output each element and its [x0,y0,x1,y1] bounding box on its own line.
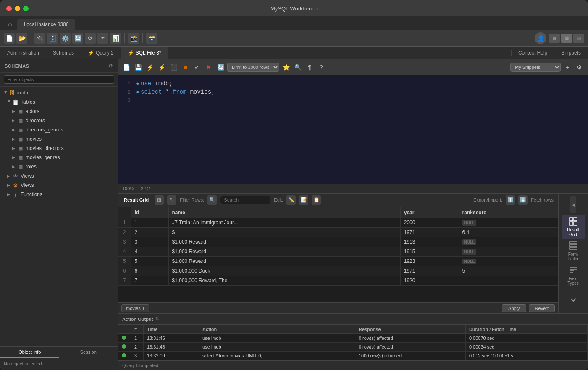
result-grid-side-btn[interactable]: ResultGrid [562,215,585,239]
db-diff-icon[interactable]: ≠ [97,33,108,44]
cell-rankscore: 5 [459,266,558,276]
form-editor-icon [568,241,578,251]
grid-icon-btn[interactable]: ⊞ [155,195,164,205]
table-row[interactable]: 1 1 #7 Train: An Immigrant Jour... 2000 … [118,218,558,227]
stop-script-btn[interactable]: ⏹ [180,62,190,72]
tab-schemas[interactable]: Schemas [46,47,81,59]
edit2-icon-btn[interactable]: 📝 [299,195,308,205]
table-row[interactable]: 6 6 $1,000,000 Duck 1971 5 [118,266,558,276]
help-btn[interactable]: ? [316,62,326,72]
tab-sqlfile3[interactable]: ⚡ SQL File 3* [121,47,168,59]
db-icon[interactable]: 🗃️ [146,33,157,44]
add-snippet-btn[interactable]: + [562,62,572,72]
snippet-settings-btn[interactable]: ⚙ [574,62,584,72]
refresh-btn[interactable]: 🔄 [215,62,226,72]
code-text-2: select * from movies; [141,89,215,95]
tree-item-movies-directors[interactable]: ▶ ▦ movies_directors [0,144,118,153]
tree-item-functions[interactable]: ▶ ƒ Functions [0,190,118,199]
action-output-header: Action Output ⇅ [118,314,588,325]
export-import-label: Export/Import: [473,197,502,202]
tree-item-stored-procedures[interactable]: ▶ ⚙ Views [0,181,118,190]
field-types-side-btn[interactable]: FieldTypes [562,264,585,287]
layout-icon-3[interactable]: ▤ [573,34,584,43]
tree-item-movies-genres[interactable]: ▶ ▦ movies_genres [0,153,118,162]
col-action: Action [199,325,355,334]
tab-object-info[interactable]: Object Info [0,347,59,358]
export-btn[interactable]: ⬆️ [506,195,515,205]
db-reverse-icon[interactable]: 🔄 [72,33,83,44]
execute-sel-btn[interactable]: ⚡ [157,62,167,72]
table-row[interactable]: 5 5 $1,000 Reward 1923 NULL [118,256,558,266]
tree-item-tables[interactable]: ▶ 📋 Tables [0,97,118,107]
close-button[interactable] [6,6,12,11]
layout-icon-1[interactable]: ▦ [549,34,560,43]
edit3-icon-btn[interactable]: 📋 [312,195,321,205]
minimize-button[interactable] [15,6,20,11]
revert-button[interactable]: Revert [529,304,555,312]
instance-tab[interactable]: Local instance 3306 [17,19,76,30]
cell-name: $ [168,227,400,237]
tree-item-directors-genres[interactable]: ▶ ▦ directors_genres [0,125,118,134]
cancel-btn[interactable]: ✖ [204,62,214,72]
stop-btn[interactable]: ⬛ [168,62,178,72]
db-schema-icon[interactable]: 📊 [110,33,121,44]
maximize-button[interactable] [23,6,29,11]
output-response: 0 row(s) affected [355,334,465,343]
db-forward-icon[interactable]: ⚙️ [60,33,71,44]
output-action: use imdb [199,334,355,343]
tab-query2[interactable]: ⚡ Query 2 [81,47,121,59]
format-btn[interactable]: ¶ [304,62,315,72]
limit-select[interactable]: Limit to 1000 rows [227,63,279,72]
apply-button[interactable]: Apply [502,304,526,312]
result-tab-movies1[interactable]: movies 1 [121,304,149,312]
tree-item-movies[interactable]: ▶ ▦ movies [0,134,118,144]
db-manage-icon[interactable]: 🗄️ [47,33,58,44]
tab-session[interactable]: Session [59,347,118,358]
save-btn[interactable]: 💾 [133,62,143,72]
nav-tabs: Administration Schemas ⚡ Query 2 ⚡ SQL F… [0,47,588,59]
tab-snippets[interactable]: Snippets [554,50,588,56]
find-btn[interactable]: 🔍 [293,62,303,72]
open-file-icon[interactable]: 📂 [16,33,27,44]
execute-btn[interactable]: ⚡ [145,62,155,72]
table-row[interactable]: 3 3 $1,000 Reward 1913 NULL [118,237,558,247]
result-grid-side-label: ResultGrid [567,228,579,237]
db-connect-icon[interactable]: 🔌 [34,33,45,44]
user-icon[interactable]: 👤 [535,32,546,44]
code-editor[interactable]: 1 ● use imdb; 2 ● select * from movies; … [118,75,588,184]
snapshot-icon[interactable]: 📸 [128,33,139,44]
tree-item-roles[interactable]: ▶ ▦ roles [0,162,118,171]
expand-side-btn[interactable] [562,288,585,312]
table-row[interactable]: 2 2 $ 1971 6.4 [118,227,558,237]
edit-icon-btn[interactable]: ✏️ [286,195,296,205]
snippet-select[interactable]: My Snippets [510,63,561,72]
cell-id: 1 [131,218,169,227]
search-input[interactable] [220,196,270,204]
filter-input[interactable] [4,75,114,84]
bookmark-btn[interactable]: ⭐ [281,62,291,72]
refresh-grid-btn[interactable]: ↻ [167,195,176,205]
tree-item-actors[interactable]: ▶ ▦ actors [0,107,118,116]
toggle-btn[interactable]: ✔ [192,62,202,72]
new-tab-btn[interactable]: 📄 [121,62,131,72]
tree-item-views[interactable]: ▶ 👁 Views [0,171,118,181]
layout-icon-2[interactable]: ▥ [561,34,572,43]
tab-context-help[interactable]: Context Help [511,50,554,56]
tab-administration[interactable]: Administration [0,47,46,59]
form-editor-side-btn[interactable]: FormEditor [562,239,585,263]
line-num-2: 2 [118,89,135,95]
import-btn[interactable]: ⬇️ [518,195,528,205]
table-row[interactable]: 7 7 $1,000,000 Reward, The 1920 [118,276,558,285]
cell-rankscore [459,276,558,285]
panel-toggle[interactable]: ◀ [570,196,576,213]
tree-item-imdb[interactable]: ▶ 🗄 imdb [0,88,118,97]
arrow-movies: ▶ [12,137,16,141]
result-grid-btn[interactable]: Result Grid [121,197,151,203]
data-table[interactable]: id name year rankscore 1 1 #7 Train: An … [118,207,558,302]
home-button[interactable]: ⌂ [5,19,16,30]
db-sync-icon[interactable]: ⟳ [85,33,96,44]
new-file-icon[interactable]: 📄 [4,33,15,44]
refresh-icon[interactable]: ⟳ [109,63,113,69]
tree-item-directors[interactable]: ▶ ▦ directors [0,116,118,125]
table-row[interactable]: 4 4 $1,000 Reward 1915 NULL [118,247,558,256]
